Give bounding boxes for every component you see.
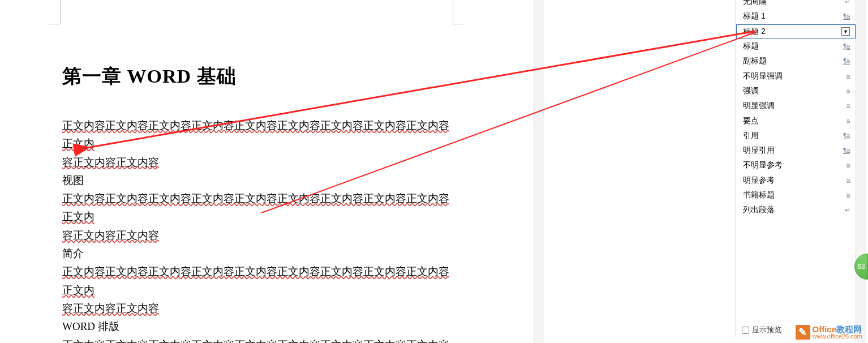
style-label: 明显引用 [743, 145, 775, 156]
style-marker-icon: ¶a [843, 132, 850, 140]
style-item-0[interactable]: 无间隔↵ [736, 0, 856, 9]
subheading-view[interactable]: 视图 [62, 172, 458, 190]
document-content[interactable]: 第一章 WORD 基础 正文内容正文内容正文内容正文内容正文内容正文内容正文内容… [62, 63, 458, 343]
style-item-3[interactable]: 标题¶a [736, 39, 856, 54]
style-marker-icon: a [846, 87, 850, 95]
style-label: 明显参考 [743, 175, 775, 186]
heading-1[interactable]: 第一章 WORD 基础 [62, 63, 458, 89]
watermark-url: www.office26.com [813, 333, 862, 340]
style-label: 要点 [743, 116, 759, 126]
style-label: 标题 2 [743, 27, 766, 37]
style-label: 书籍标题 [743, 190, 775, 200]
style-label: 明显强调 [743, 101, 775, 111]
styles-pane-scrollbar[interactable] [856, 0, 866, 343]
style-marker-icon: ¶a [843, 42, 850, 50]
style-label: 标题 1 [743, 11, 766, 22]
subheading-layout[interactable]: WORD 排版 [62, 318, 458, 336]
watermark-brand: Office教程网 [813, 325, 862, 333]
style-item-14[interactable]: 列出段落↵ [736, 203, 856, 217]
body-text[interactable]: 正文内容正文内容正文内容正文内容正文内容正文内容正文内容正文内容正文内容正文内 [62, 192, 449, 222]
style-marker-icon: a [846, 117, 850, 125]
watermark-icon: ✎ [796, 325, 810, 340]
style-marker-icon: ↵ [845, 206, 850, 214]
subheading-intro[interactable]: 简介 [62, 245, 458, 263]
body-text[interactable]: 容正文内容正文内容 [62, 229, 159, 241]
show-preview-checkbox[interactable] [742, 327, 749, 334]
style-label: 不明显参考 [743, 160, 783, 170]
style-marker-icon: ¶a [843, 57, 850, 65]
style-item-12[interactable]: 明显参考a [736, 173, 856, 188]
style-item-5[interactable]: 不明显强调a [736, 68, 856, 83]
body-text[interactable]: 容正文内容正文内容 [62, 302, 159, 314]
styles-pane: 无间隔↵标题 1¶a标题 2▼标题¶a副标题¶a不明显强调a强调a明显强调a要点… [736, 0, 856, 337]
style-marker-icon: a [846, 161, 850, 169]
style-label: 标题 [743, 41, 759, 52]
document-scrollbar[interactable] [534, 0, 544, 343]
style-marker-icon: ↵ [845, 0, 850, 6]
badge-value: 63 [857, 263, 865, 271]
show-preview-label: 显示预览 [752, 325, 781, 335]
document-area: 第一章 WORD 基础 正文内容正文内容正文内容正文内容正文内容正文内容正文内容… [0, 0, 535, 343]
body-text[interactable]: 正文内容正文内容正文内容正文内容正文内容正文内容正文内容正文内容正文内容正文内 [62, 339, 449, 343]
style-item-11[interactable]: 不明显参考a [736, 158, 856, 173]
page-corner-top-right [453, 0, 465, 24]
style-item-8[interactable]: 要点a [736, 113, 856, 128]
style-item-2[interactable]: 标题 2▼ [736, 24, 856, 39]
page-corner-top-left [48, 0, 61, 24]
style-marker-icon: ¶a [843, 12, 850, 20]
style-dropdown-icon[interactable]: ▼ [841, 27, 850, 36]
style-marker-icon: a [846, 72, 850, 80]
style-marker-icon: a [846, 177, 850, 185]
body-text[interactable]: 容正文内容正文内容 [62, 156, 159, 168]
style-item-4[interactable]: 副标题¶a [736, 54, 856, 68]
style-marker-icon: a [846, 191, 850, 199]
style-label: 引用 [743, 131, 759, 141]
style-item-10[interactable]: 明显引用¶a [736, 143, 856, 158]
style-marker-icon: ¶a [843, 147, 850, 155]
style-item-1[interactable]: 标题 1¶a [736, 9, 856, 24]
show-preview-row[interactable]: 显示预览 [742, 325, 781, 335]
style-item-7[interactable]: 明显强调a [736, 98, 856, 113]
body-text[interactable]: 正文内容正文内容正文内容正文内容正文内容正文内容正文内容正文内容正文内容正文内 [62, 265, 449, 295]
style-label: 副标题 [743, 56, 767, 66]
style-label: 不明显强调 [743, 71, 783, 82]
style-label: 无间隔 [743, 0, 767, 7]
style-label: 强调 [743, 86, 759, 96]
style-label: 列出段落 [743, 205, 775, 215]
watermark: ✎ Office教程网 www.office26.com [796, 325, 862, 340]
style-item-6[interactable]: 强调a [736, 84, 856, 98]
style-item-13[interactable]: 书籍标题a [736, 188, 856, 203]
style-item-9[interactable]: 引用¶a [736, 128, 856, 143]
style-marker-icon: a [846, 102, 850, 110]
body-text[interactable]: 正文内容正文内容正文内容正文内容正文内容正文内容正文内容正文内容正文内容正文内 [62, 119, 449, 149]
